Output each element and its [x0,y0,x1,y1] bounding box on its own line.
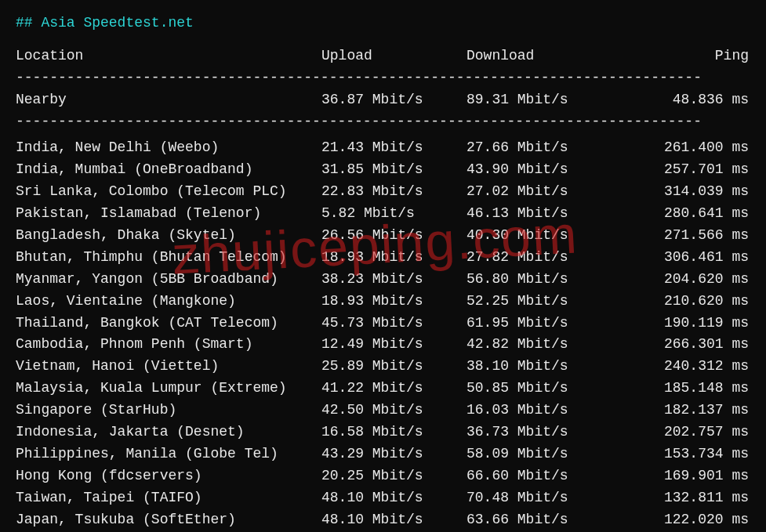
table-row: Japan, Tsukuba (SoftEther)48.10 Mbit/s63… [16,509,750,531]
cell-ping: 122.020 ms [612,509,749,531]
table-row: Sri Lanka, Colombo (Telecom PLC)22.83 Mb… [16,181,750,203]
header-ping: Ping [612,45,749,67]
section-title: ## Asia Speedtest.net [16,13,750,34]
cell-upload: 48.10 Mbit/s [321,487,466,509]
separator-line: ----------------------------------------… [16,111,750,133]
result-rows: India, New Delhi (Weebo)21.43 Mbit/s27.6… [16,137,750,530]
cell-download: 56.80 Mbit/s [466,269,612,291]
cell-download: 42.82 Mbit/s [466,334,612,356]
cell-location: Japan, Tsukuba (SoftEther) [16,509,321,531]
cell-location: Pakistan, Islamabad (Telenor) [16,203,321,225]
cell-upload: 45.73 Mbit/s [321,313,466,335]
cell-ping: 185.148 ms [612,378,749,400]
cell-location: India, Mumbai (OneBroadband) [16,159,321,181]
cell-download: 63.66 Mbit/s [466,509,612,531]
cell-upload: 25.89 Mbit/s [321,356,466,378]
cell-location: Philippines, Manila (Globe Tel) [16,443,321,465]
cell-ping: 204.620 ms [612,269,749,291]
separator-line: ----------------------------------------… [16,67,750,89]
cell-location: Bangladesh, Dhaka (Skytel) [16,225,321,247]
table-row: Indonesia, Jakarta (Desnet)16.58 Mbit/s3… [16,422,750,443]
cell-location: Malaysia, Kuala Lumpur (Extreme) [16,378,321,400]
cell-download: 27.66 Mbit/s [466,137,612,159]
cell-upload: 16.58 Mbit/s [321,422,466,443]
nearby-location: Nearby [16,89,321,111]
cell-upload: 18.93 Mbit/s [321,291,466,313]
table-row: Myanmar, Yangon (5BB Broadband)38.23 Mbi… [16,269,750,291]
cell-ping: 314.039 ms [612,181,749,203]
cell-upload: 21.43 Mbit/s [321,137,466,159]
cell-location: Myanmar, Yangon (5BB Broadband) [16,269,321,291]
table-row: Malaysia, Kuala Lumpur (Extreme)41.22 Mb… [16,378,750,400]
table-row: Pakistan, Islamabad (Telenor)5.82 Mbit/s… [16,203,750,225]
nearby-row: Nearby 36.87 Mbit/s 89.31 Mbit/s 48.836 … [16,89,750,111]
cell-upload: 43.29 Mbit/s [321,443,466,465]
cell-upload: 31.85 Mbit/s [321,159,466,181]
cell-location: Laos, Vientaine (Mangkone) [16,291,321,313]
cell-ping: 257.701 ms [612,159,749,181]
cell-ping: 182.137 ms [612,400,749,422]
table-row: India, Mumbai (OneBroadband)31.85 Mbit/s… [16,159,750,181]
cell-ping: 271.566 ms [612,225,749,247]
cell-ping: 153.734 ms [612,443,749,465]
table-row: Laos, Vientaine (Mangkone)18.93 Mbit/s52… [16,291,750,313]
cell-upload: 20.25 Mbit/s [321,465,466,487]
cell-download: 50.85 Mbit/s [466,378,612,400]
table-row: Bangladesh, Dhaka (Skytel)26.56 Mbit/s40… [16,225,750,247]
cell-location: Vietnam, Hanoi (Viettel) [16,356,321,378]
cell-upload: 48.10 Mbit/s [321,509,466,531]
cell-upload: 5.82 Mbit/s [321,203,466,225]
cell-download: 40.30 Mbit/s [466,225,612,247]
cell-location: Singapore (StarHub) [16,400,321,422]
cell-ping: 169.901 ms [612,465,749,487]
cell-download: 38.10 Mbit/s [466,356,612,378]
cell-location: Taiwan, Taipei (TAIFO) [16,487,321,509]
cell-download: 61.95 Mbit/s [466,313,612,335]
table-row: Cambodia, Phnom Penh (Smart)12.49 Mbit/s… [16,334,750,356]
cell-location: Bhutan, Thimphu (Bhutan Telecom) [16,247,321,269]
table-row: Thailand, Bangkok (CAT Telecom)45.73 Mbi… [16,313,750,335]
cell-location: India, New Delhi (Weebo) [16,137,321,159]
cell-ping: 210.620 ms [612,291,749,313]
nearby-upload: 36.87 Mbit/s [321,89,466,111]
cell-download: 58.09 Mbit/s [466,443,612,465]
cell-upload: 38.23 Mbit/s [321,269,466,291]
table-row: Hong Kong (fdcservers)20.25 Mbit/s66.60 … [16,465,750,487]
table-row: Bhutan, Thimphu (Bhutan Telecom)18.93 Mb… [16,247,750,269]
header-upload: Upload [321,45,466,67]
cell-upload: 41.22 Mbit/s [321,378,466,400]
cell-ping: 202.757 ms [612,422,749,443]
cell-upload: 18.93 Mbit/s [321,247,466,269]
cell-location: Cambodia, Phnom Penh (Smart) [16,334,321,356]
cell-ping: 261.400 ms [612,137,749,159]
cell-ping: 306.461 ms [612,247,749,269]
cell-ping: 132.811 ms [612,487,749,509]
cell-ping: 280.641 ms [612,203,749,225]
cell-download: 52.25 Mbit/s [466,291,612,313]
cell-upload: 26.56 Mbit/s [321,225,466,247]
cell-download: 66.60 Mbit/s [466,465,612,487]
nearby-ping: 48.836 ms [612,89,749,111]
cell-location: Hong Kong (fdcservers) [16,465,321,487]
cell-ping: 190.119 ms [612,313,749,335]
table-row: Vietnam, Hanoi (Viettel)25.89 Mbit/s38.1… [16,356,750,378]
cell-upload: 12.49 Mbit/s [321,334,466,356]
table-row: Philippines, Manila (Globe Tel)43.29 Mbi… [16,443,750,465]
cell-upload: 22.83 Mbit/s [321,181,466,203]
cell-location: Thailand, Bangkok (CAT Telecom) [16,313,321,335]
cell-location: Sri Lanka, Colombo (Telecom PLC) [16,181,321,203]
table-row: Singapore (StarHub)42.50 Mbit/s16.03 Mbi… [16,400,750,422]
cell-download: 46.13 Mbit/s [466,203,612,225]
table-row: Taiwan, Taipei (TAIFO)48.10 Mbit/s70.48 … [16,487,750,509]
cell-download: 16.03 Mbit/s [466,400,612,422]
cell-download: 70.48 Mbit/s [466,487,612,509]
cell-location: Indonesia, Jakarta (Desnet) [16,422,321,443]
header-download: Download [466,45,612,67]
cell-download: 36.73 Mbit/s [466,422,612,443]
cell-ping: 266.301 ms [612,334,749,356]
table-row: India, New Delhi (Weebo)21.43 Mbit/s27.6… [16,137,750,159]
cell-ping: 240.312 ms [612,356,749,378]
cell-download: 43.90 Mbit/s [466,159,612,181]
cell-download: 27.82 Mbit/s [466,247,612,269]
cell-upload: 42.50 Mbit/s [321,400,466,422]
